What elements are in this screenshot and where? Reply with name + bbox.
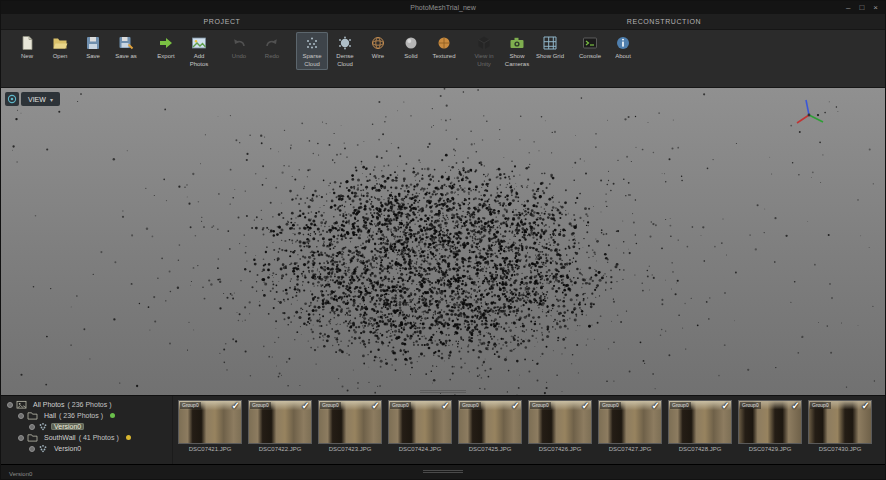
window-title: PhotoMeshTrial_new [1,4,885,11]
status-bar: Version0 [1,464,885,480]
app-window: PhotoMeshTrial_new – □ × PROJECT RECONST… [0,0,886,480]
show-cameras-button[interactable]: Show Cameras [501,32,533,70]
tree-item-southwall[interactable]: SouthWall( 41 Photos ) [1,432,172,443]
view-in-unity-icon [476,35,492,51]
close-icon[interactable]: × [873,1,878,14]
thumbnail-image[interactable]: Group0✓ [458,400,522,444]
tree-item-label: Version0 [54,423,81,430]
toolbar-button-label: Undo [232,53,246,61]
status-dot [110,413,115,418]
photo-thumbnail[interactable]: Group0✓DSC07425.JPG [458,400,522,462]
undo-button[interactable]: Undo [223,32,255,63]
folder-icon [27,411,38,420]
thumbnail-image[interactable]: Group0✓ [318,400,382,444]
console-icon [582,35,598,51]
panel-resize-handle[interactable] [420,389,466,394]
expander-icon[interactable] [18,413,24,419]
export-button[interactable]: Export [150,32,182,63]
toolbar-button-label: Add Photos [184,53,214,68]
group-label: Group0 [390,402,411,409]
wire-button[interactable]: Wire [362,32,394,63]
toolbar-button-label: Redo [265,53,279,61]
photo-thumbnail[interactable]: Group0✓DSC07423.JPG [318,400,382,462]
add-photos-button[interactable]: Add Photos [183,32,215,70]
root-icon [16,400,27,409]
check-icon: ✓ [652,400,660,411]
minimize-icon[interactable]: – [846,1,850,14]
sparse-cloud-button[interactable]: Sparse Cloud [296,32,328,70]
tab-project[interactable]: PROJECT [1,14,443,29]
3d-viewport[interactable]: VIEW ▾ [1,88,885,395]
thumbnail-image[interactable]: Group0✓ [388,400,452,444]
view-in-unity-button[interactable]: View in Unity [468,32,500,70]
toolbar-button-label: About [615,53,631,61]
photo-thumbnail[interactable]: Group0✓DSC07427.JPG [598,400,662,462]
check-icon: ✓ [512,400,520,411]
photo-thumbnail[interactable]: Group0✓DSC07429.JPG [738,400,802,462]
photo-filename: DSC07427.JPG [598,446,662,452]
photo-thumbnail[interactable]: Group0✓DSC07424.JPG [388,400,452,462]
tab-reconstruction[interactable]: RECONSTRUCTION [443,14,885,29]
group-label: Group0 [320,402,341,409]
expander-icon[interactable] [18,435,24,441]
show-grid-button[interactable]: Show Grid [534,32,566,63]
save-button[interactable]: Save [77,32,109,63]
photo-thumbnail[interactable]: Group0✓DSC07430.JPG [808,400,872,462]
photo-filename: DSC07424.JPG [388,446,452,452]
eye-icon [7,94,17,104]
toolbar-button-label: Show Grid [536,53,564,61]
save-icon [85,35,101,51]
thumbnail-image[interactable]: Group0✓ [808,400,872,444]
thumbnail-image[interactable]: Group0✓ [178,400,242,444]
tree-item-version0[interactable]: Version0 [1,443,172,454]
main-toolbar: NewOpenSaveSave asExportAdd PhotosUndoRe… [1,30,885,88]
check-icon: ✓ [582,400,590,411]
save-as-icon [118,35,134,51]
group-label: Group0 [180,402,201,409]
expander-icon[interactable] [29,446,35,452]
thumbnail-image[interactable]: Group0✓ [248,400,312,444]
toolbar-button-label: Save [86,53,100,61]
expander-icon[interactable] [7,402,13,408]
photos-panel: All Photos( 236 Photos )Hall( 236 Photos… [1,395,885,464]
tree-item-count: ( 236 Photos ) [68,401,112,408]
view-dropdown-button[interactable]: VIEW ▾ [21,92,60,106]
statusbar-grip[interactable] [423,469,463,474]
photo-thumbnail[interactable]: Group0✓DSC07421.JPG [178,400,242,462]
viewport-mode-button[interactable] [5,92,19,106]
console-button[interactable]: Console [574,32,606,63]
photo-thumbnail[interactable]: Group0✓DSC07422.JPG [248,400,312,462]
axis-gizmo[interactable] [793,98,827,130]
thumbnail-image[interactable]: Group0✓ [668,400,732,444]
undo-icon [231,35,247,51]
redo-button[interactable]: Redo [256,32,288,63]
tree-item-version0[interactable]: Version0 [1,421,172,432]
dense-cloud-button[interactable]: Dense Cloud [329,32,361,70]
photo-filename: DSC07430.JPG [808,446,872,452]
solid-icon [403,35,419,51]
save-as-button[interactable]: Save as [110,32,142,63]
new-button[interactable]: New [11,32,43,63]
open-button[interactable]: Open [44,32,76,63]
solid-button[interactable]: Solid [395,32,427,63]
title-bar: PhotoMeshTrial_new – □ × [1,1,885,14]
maximize-icon[interactable]: □ [859,1,864,14]
photo-thumbnail[interactable]: Group0✓DSC07426.JPG [528,400,592,462]
tree-item-all-photos[interactable]: All Photos( 236 Photos ) [1,399,172,410]
window-controls: – □ × [846,1,885,14]
toolbar-button-label: Console [579,53,601,61]
about-icon [615,35,631,51]
thumbnail-image[interactable]: Group0✓ [738,400,802,444]
textured-button[interactable]: Textured [428,32,460,63]
expander-icon[interactable] [29,424,35,430]
tree-item-hall[interactable]: Hall( 236 Photos ) [1,410,172,421]
about-button[interactable]: About [607,32,639,63]
folder-icon [27,433,38,442]
show-cameras-icon [509,35,525,51]
status-text: Version0 [9,471,32,477]
thumbnail-image[interactable]: Group0✓ [528,400,592,444]
thumbnail-image[interactable]: Group0✓ [598,400,662,444]
toolbar-button-label: New [21,53,33,61]
photo-thumbnail[interactable]: Group0✓DSC07428.JPG [668,400,732,462]
photo-tree: All Photos( 236 Photos )Hall( 236 Photos… [1,396,173,464]
